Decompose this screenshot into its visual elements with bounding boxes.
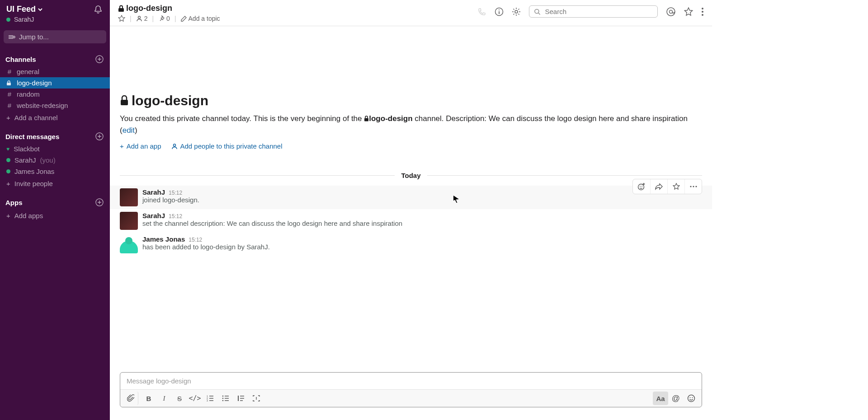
svg-point-20	[640, 186, 641, 187]
add-app-icon[interactable]	[95, 198, 104, 206]
avatar[interactable]	[120, 212, 138, 230]
channel-title[interactable]: logo-design	[118, 4, 220, 13]
sidebar-dm-slackbot[interactable]: ♥ Slackbot	[0, 143, 110, 154]
presence-active-icon	[6, 169, 10, 173]
emoji-button[interactable]	[684, 392, 699, 405]
add-channel-label: Add a channel	[14, 114, 58, 121]
mention-button[interactable]: @	[668, 392, 684, 405]
member-count: 2	[144, 15, 148, 22]
message-composer[interactable]: Message logo-design B I S </> 123	[120, 372, 702, 407]
plus-icon: +	[6, 212, 10, 219]
message-author[interactable]: James Jonas	[142, 235, 185, 243]
pin-count: 0	[166, 15, 170, 22]
channel-label: website-redesign	[17, 102, 68, 109]
format-toggle-button[interactable]: Aa	[653, 392, 668, 405]
sidebar-dm-james[interactable]: James Jonas	[0, 166, 110, 177]
message-row[interactable]: James Jonas 15:12 has been added to logo…	[110, 233, 712, 256]
pin-count-button[interactable]: 0	[158, 15, 170, 22]
message-row[interactable]: SarahJ 15:12 set the channel description…	[110, 209, 712, 233]
info-icon	[495, 7, 504, 16]
message-time[interactable]: 15:12	[169, 213, 182, 219]
italic-icon: I	[163, 395, 165, 402]
workspace-switcher[interactable]: UI Feed	[6, 5, 43, 14]
add-app-label: Add an app	[127, 142, 161, 150]
jump-to-button[interactable]: Jump to...	[4, 30, 106, 43]
message-author[interactable]: SarahJ	[142, 188, 165, 196]
star-channel-button[interactable]	[118, 15, 125, 22]
info-button[interactable]	[495, 7, 504, 16]
strike-icon: S	[177, 395, 182, 402]
add-topic-button[interactable]: Add a topic	[181, 15, 220, 22]
search-input[interactable]	[545, 8, 653, 15]
codeblock-button[interactable]	[249, 392, 264, 405]
sidebar-dm-self[interactable]: SarahJ (you)	[0, 154, 110, 166]
gear-icon	[512, 7, 521, 16]
attach-button[interactable]	[123, 392, 138, 405]
dm-you-suffix: (you)	[40, 156, 56, 164]
sidebar-channel-logo-design[interactable]: logo-design	[0, 77, 110, 89]
meta-separator: |	[152, 15, 154, 22]
star-message-button[interactable]	[667, 179, 684, 194]
add-topic-label: Add a topic	[189, 15, 220, 22]
hash-icon: #	[6, 68, 13, 75]
sidebar-channel-random[interactable]: # random	[0, 89, 110, 100]
lock-icon	[6, 80, 13, 86]
message-author[interactable]: SarahJ	[142, 212, 165, 219]
call-button[interactable]	[477, 7, 486, 16]
italic-button[interactable]: I	[156, 392, 172, 405]
mentions-button[interactable]	[666, 7, 676, 17]
current-user-row[interactable]: SarahJ	[0, 16, 110, 28]
add-app-button[interactable]: + Add an app	[120, 142, 161, 150]
apps-header[interactable]: Apps	[5, 199, 23, 206]
starred-items-button[interactable]	[684, 7, 693, 16]
add-people-button[interactable]: Add people to this private channel	[171, 142, 283, 150]
message-time[interactable]: 15:12	[169, 190, 182, 196]
member-count-button[interactable]: 2	[136, 15, 148, 22]
quote-button[interactable]	[233, 392, 249, 405]
add-channel-link[interactable]: + Add a channel	[0, 111, 110, 124]
svg-point-24	[695, 186, 697, 187]
ordered-list-button[interactable]: 123	[203, 392, 218, 405]
share-message-button[interactable]	[650, 179, 667, 194]
svg-point-13	[702, 8, 703, 9]
avatar[interactable]	[120, 188, 138, 206]
strike-button[interactable]: S	[172, 392, 187, 405]
avatar[interactable]	[120, 235, 138, 253]
svg-rect-16	[121, 100, 128, 105]
add-reaction-button[interactable]	[633, 179, 650, 194]
presence-active-icon	[6, 18, 10, 22]
sidebar-channel-general[interactable]: # general	[0, 66, 110, 77]
code-button[interactable]: </>	[187, 392, 203, 405]
message-scroll-area[interactable]: logo-design You created this private cha…	[110, 26, 712, 369]
add-people-label: Add people to this private channel	[180, 142, 283, 150]
pin-icon	[158, 15, 165, 22]
bullet-list-button[interactable]	[218, 392, 233, 405]
message-input[interactable]: Message logo-design	[120, 373, 702, 389]
settings-button[interactable]	[512, 7, 521, 16]
invite-people-link[interactable]: + Invite people	[0, 177, 110, 190]
add-channel-icon[interactable]	[95, 55, 104, 63]
message-time[interactable]: 15:12	[189, 237, 202, 243]
channel-header: logo-design | 2 | 0 | Add	[110, 0, 712, 26]
dms-header[interactable]: Direct messages	[5, 133, 59, 140]
svg-point-9	[515, 10, 518, 13]
more-menu-button[interactable]	[701, 7, 704, 16]
add-dm-icon[interactable]	[95, 132, 104, 140]
bold-button[interactable]: B	[141, 392, 156, 405]
notifications-bell-icon[interactable]	[94, 5, 103, 14]
add-apps-link[interactable]: + Add apps	[0, 209, 110, 222]
channel-label: random	[17, 90, 40, 98]
channel-label: logo-design	[17, 79, 52, 87]
message-row[interactable]: SarahJ 15:12 joined logo-design.	[110, 186, 712, 209]
edit-description-link[interactable]: edit	[123, 126, 135, 135]
sidebar-channel-website-redesign[interactable]: # website-redesign	[0, 100, 110, 111]
channels-header[interactable]: Channels	[5, 56, 36, 63]
blockquote-icon	[237, 395, 245, 401]
svg-point-8	[499, 9, 500, 10]
message-hover-actions	[632, 179, 702, 194]
pencil-icon	[181, 16, 187, 22]
codeblock-icon	[252, 395, 260, 401]
search-box[interactable]	[529, 5, 658, 18]
more-actions-button[interactable]	[684, 179, 702, 194]
star-outline-icon	[673, 183, 680, 190]
